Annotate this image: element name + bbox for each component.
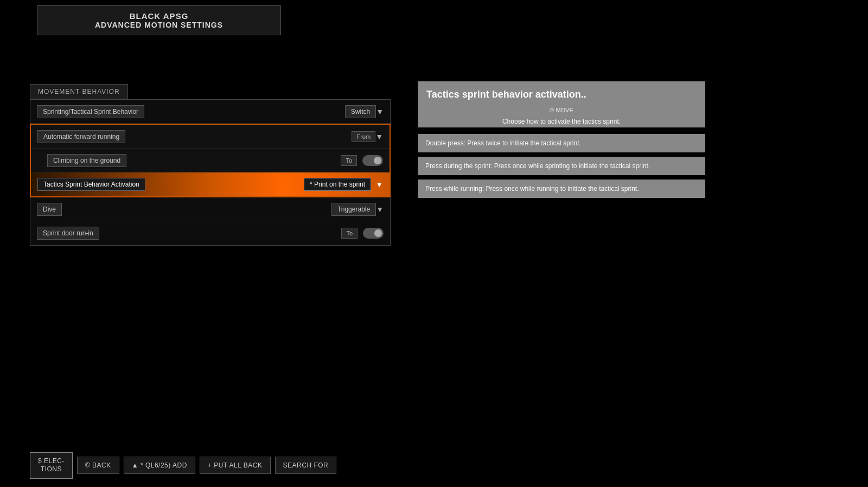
badge-climbing-ground: To	[341, 155, 357, 166]
badge-automatic-forward: From	[352, 131, 375, 142]
label-dive: Dive	[37, 203, 62, 216]
put-all-back-button[interactable]: + PUT ALL BACK	[200, 457, 271, 474]
movement-section: MOVEMENT BEHAVIOR Sprinting/Tactical Spr…	[30, 84, 391, 246]
label-tactics-sprint: Tactics Sprint Behavior Activation	[37, 178, 145, 191]
title-box: BLACK APSG ADVANCED MOTION SETTINGS	[37, 5, 281, 35]
label-climbing-ground: Climbing on the ground	[47, 154, 126, 167]
label-sprinting-tactical: Sprinting/Tactical Sprint Behavior	[37, 105, 144, 118]
section-header: MOVEMENT BEHAVIOR	[30, 84, 128, 99]
info-panel-title: Tactics sprint behavior activation..	[418, 81, 705, 106]
back-button[interactable]: © BACK	[77, 457, 119, 474]
bottom-bar: $ ELEC- TIONS © BACK ▲ * QL6/25) ADD + P…	[30, 452, 336, 479]
selected-group: Automatic forward running From ▼ Climbin…	[30, 124, 391, 197]
row-tactics-sprint[interactable]: Tactics Sprint Behavior Activation * Pri…	[31, 172, 390, 196]
value-sprinting-tactical: Switch	[345, 105, 376, 118]
toggle-sprint-door[interactable]	[363, 228, 384, 239]
search-for-button[interactable]: SEARCH FOR	[275, 457, 337, 474]
badge-sprint-door: To	[341, 228, 358, 239]
row-automatic-forward[interactable]: Automatic forward running From ▼	[31, 125, 390, 149]
chevron-automatic-forward: ▼	[375, 132, 383, 141]
chevron-dive: ▼	[376, 205, 384, 214]
title-line1: BLACK APSG	[48, 11, 270, 21]
row-sprinting-tactical[interactable]: Sprinting/Tactical Sprint Behavior Switc…	[30, 100, 390, 124]
row-dive[interactable]: Dive Triggerable ▼	[30, 197, 390, 221]
chevron-tactics-sprint: ▼	[375, 180, 383, 189]
info-option-2: Press while running: Press once while ru…	[418, 180, 705, 198]
title-line2: ADVANCED MOTION SETTINGS	[48, 21, 270, 29]
label-sprint-door: Sprint door run-in	[37, 227, 99, 240]
value-tactics-sprint: * Print on the sprint	[304, 178, 371, 191]
row-sprint-door[interactable]: Sprint door run-in To	[30, 221, 390, 245]
section-body: Sprinting/Tactical Sprint Behavior Switc…	[30, 99, 391, 246]
label-automatic-forward: Automatic forward running	[37, 130, 125, 143]
row-climbing-ground[interactable]: Climbing on the ground To	[31, 149, 390, 172]
info-panel-copyright: © MOVE	[418, 106, 705, 118]
info-option-0: Double press: Press twice to initiate th…	[418, 134, 705, 152]
elections-button[interactable]: $ ELEC- TIONS	[30, 452, 73, 479]
add-button[interactable]: ▲ * QL6/25) ADD	[124, 457, 195, 474]
value-dive: Triggerable	[331, 203, 376, 216]
chevron-sprinting-tactical: ▼	[376, 107, 384, 116]
info-panel: Tactics sprint behavior activation.. © M…	[418, 81, 705, 198]
info-options: Double press: Press twice to initiate th…	[418, 134, 705, 198]
info-option-1: Press during the sprint: Press once whil…	[418, 157, 705, 175]
toggle-climbing-ground[interactable]	[362, 155, 383, 166]
info-panel-subtitle: Choose how to activate the tactics sprin…	[418, 118, 705, 127]
